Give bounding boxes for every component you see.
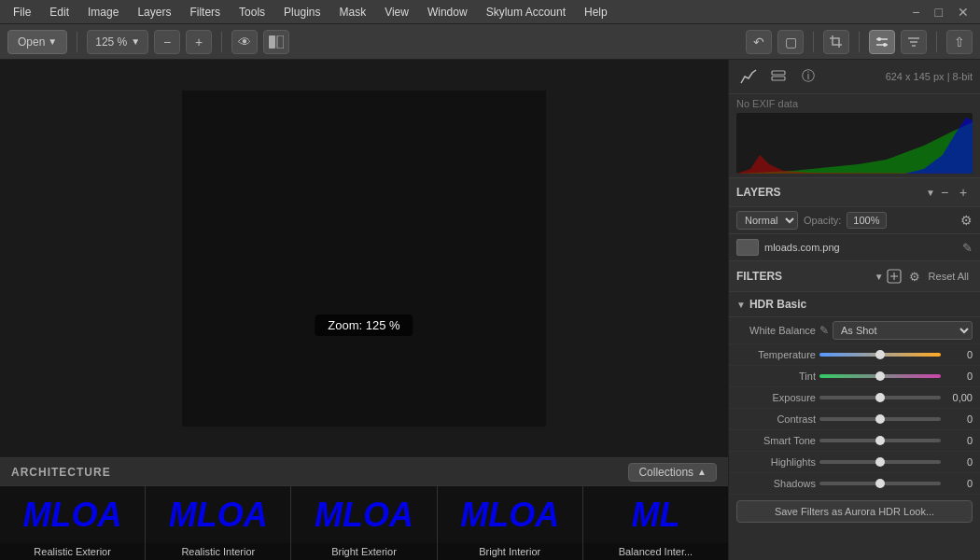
menu-plugins[interactable]: Plugins xyxy=(276,4,328,21)
smart-tone-slider[interactable] xyxy=(819,434,941,447)
layer-settings-button[interactable]: ⚙ xyxy=(960,213,973,228)
thumb-4[interactable]: ML Balanced Inter... xyxy=(583,486,728,560)
zoom-display[interactable]: 125 % ▼ xyxy=(87,30,148,54)
thumb-2-img: MLOA xyxy=(291,486,436,543)
filters-add-button[interactable] xyxy=(884,266,904,287)
reset-all-button[interactable]: Reset All xyxy=(925,269,973,284)
shadows-thumb[interactable] xyxy=(875,479,885,488)
contrast-thumb[interactable] xyxy=(875,414,885,424)
collections-button[interactable]: Collections ▲ xyxy=(628,463,717,482)
smart-tone-row: Smart Tone 0 xyxy=(729,430,980,452)
close-button[interactable]: ✕ xyxy=(952,5,974,20)
exposure-slider[interactable] xyxy=(819,391,941,404)
menu-edit[interactable]: Edit xyxy=(42,4,77,21)
highlights-track xyxy=(819,460,941,464)
svg-point-5 xyxy=(883,43,887,47)
white-balance-row: White Balance ✎ As Shot xyxy=(729,317,980,344)
temperature-track xyxy=(819,353,941,357)
contrast-label: Contrast xyxy=(736,413,816,425)
menu-mask[interactable]: Mask xyxy=(331,4,373,21)
highlights-thumb[interactable] xyxy=(875,457,885,467)
blend-mode-select[interactable]: Normal xyxy=(736,211,798,230)
zoom-label: Zoom: 125 % xyxy=(315,315,413,336)
separator-4 xyxy=(859,32,860,52)
tint-thumb[interactable] xyxy=(875,371,885,381)
thumb-1[interactable]: MLOA Realistic Interior xyxy=(146,486,291,560)
menu-help[interactable]: Help xyxy=(577,4,615,21)
opacity-value[interactable]: 100% xyxy=(847,212,886,229)
save-filters-button[interactable]: Save Filters as Aurora HDR Look... xyxy=(736,500,973,523)
filters-toggle-button[interactable] xyxy=(901,30,927,54)
preview-button[interactable]: 👁 xyxy=(231,30,258,54)
thumb-4-img: ML xyxy=(583,486,728,543)
exposure-row: Exposure 0,00 xyxy=(729,387,980,409)
tint-label: Tint xyxy=(736,371,816,382)
layers-plus-button[interactable]: + xyxy=(954,183,973,202)
minimize-button[interactable]: − xyxy=(906,5,925,20)
thumb-1-watermark: MLOA xyxy=(169,496,268,535)
temperature-thumb[interactable] xyxy=(875,350,885,359)
layers-minus-button[interactable]: − xyxy=(935,183,954,202)
zoom-chevron-icon: ▼ xyxy=(131,36,140,47)
menu-image[interactable]: Image xyxy=(80,4,126,21)
layer-item[interactable]: mloads.com.png ✎ xyxy=(729,234,980,261)
menu-tools[interactable]: Tools xyxy=(231,4,273,21)
arch-label: ARCHITECTURE xyxy=(11,466,111,479)
menu-window[interactable]: Window xyxy=(420,4,475,21)
contrast-slider[interactable] xyxy=(819,413,941,426)
layer-edit-icon[interactable]: ✎ xyxy=(962,241,973,255)
thumb-3[interactable]: MLOA Bright Interior xyxy=(438,486,583,560)
shadows-slider[interactable] xyxy=(819,477,941,490)
histogram-panel-icon[interactable] xyxy=(736,65,761,88)
separator-2 xyxy=(221,32,222,52)
hdr-basic-header[interactable]: ▼ HDR Basic xyxy=(729,292,980,317)
export-button[interactable]: ⇧ xyxy=(946,30,973,54)
layer-thumbnail xyxy=(736,239,759,256)
open-label: Open xyxy=(18,35,45,49)
histogram-canvas xyxy=(736,113,973,174)
layer-controls: Normal Opacity: 100% ⚙ xyxy=(729,207,980,234)
toolbar: Open ▼ 125 % ▼ − + 👁 ↶ ▢ xyxy=(0,24,980,60)
smart-tone-value: 0 xyxy=(945,435,973,446)
split-view-button[interactable] xyxy=(263,30,289,54)
info-panel-icon[interactable]: ⓘ xyxy=(796,65,820,88)
canvas-viewport[interactable]: Zoom: 125 % xyxy=(0,60,728,457)
highlights-label: Highlights xyxy=(736,456,816,468)
filters-settings-button[interactable]: ⚙ xyxy=(904,266,925,287)
separator-1 xyxy=(77,32,77,52)
bottom-thumbnails: MLOA Realistic Exterior MLOA Realistic I… xyxy=(0,486,728,560)
right-panel: ⓘ 624 x 145 px | 8-bit No EXIF data xyxy=(728,60,980,560)
crop-button[interactable] xyxy=(823,30,849,54)
menu-file[interactable]: File xyxy=(6,4,38,21)
collections-chevron-icon: ▲ xyxy=(697,467,707,477)
undo-button[interactable]: ↶ xyxy=(746,30,772,54)
tint-slider[interactable] xyxy=(819,370,941,383)
no-exif-label: No EXIF data xyxy=(736,98,973,109)
thumb-0[interactable]: MLOA Realistic Exterior xyxy=(0,486,146,560)
canvas-background xyxy=(182,91,546,427)
highlights-slider[interactable] xyxy=(819,455,941,469)
smart-tone-thumb[interactable] xyxy=(875,436,885,445)
contrast-value: 0 xyxy=(945,413,973,425)
menu-skylum-account[interactable]: Skylum Account xyxy=(479,4,573,21)
svg-rect-0 xyxy=(269,35,275,49)
maximize-button[interactable]: □ xyxy=(930,5,948,20)
zoom-in-button[interactable]: + xyxy=(186,30,212,54)
menu-layers[interactable]: Layers xyxy=(130,4,178,21)
white-balance-select[interactable]: As Shot xyxy=(833,321,973,340)
filters-chevron-icon: ▼ xyxy=(875,272,884,282)
white-balance-edit-icon[interactable]: ✎ xyxy=(819,324,829,337)
adjustments-button[interactable] xyxy=(869,30,895,54)
layers-panel-icon[interactable] xyxy=(766,65,791,88)
temperature-slider[interactable] xyxy=(819,348,941,361)
filters-section-header[interactable]: FILTERS ▼ ⚙ Reset All xyxy=(729,261,980,292)
exposure-thumb[interactable] xyxy=(875,393,885,402)
layers-section-header[interactable]: LAYERS ▼ − + xyxy=(729,178,980,207)
layers-icon xyxy=(770,69,787,84)
open-button[interactable]: Open ▼ xyxy=(7,30,67,54)
menu-view[interactable]: View xyxy=(377,4,416,21)
zoom-out-button[interactable]: − xyxy=(154,30,180,54)
thumb-2[interactable]: MLOA Bright Exterior xyxy=(291,486,437,560)
menu-filters[interactable]: Filters xyxy=(182,4,228,21)
history-button[interactable]: ▢ xyxy=(777,30,804,54)
